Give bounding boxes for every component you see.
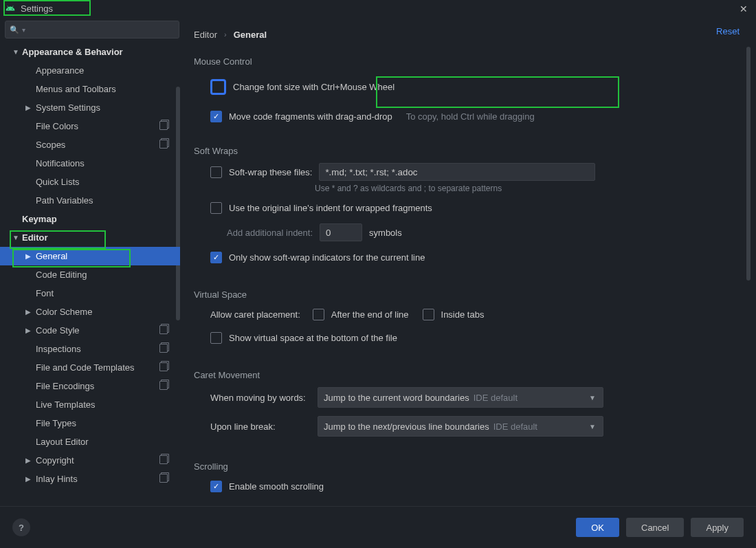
crumb-editor[interactable]: Editor (194, 30, 217, 40)
checkbox-after-eol[interactable] (313, 309, 324, 320)
tree-scopes[interactable]: Scopes (0, 135, 180, 154)
settings-tree: ▼Appearance & Behavior Appearance Menus … (0, 43, 180, 507)
tree-code-style[interactable]: ▶Code Style (0, 321, 180, 340)
checkbox-show-virtual[interactable] (210, 332, 222, 344)
section-soft-wraps: Soft Wraps Soft-wrap these files: Use * … (180, 136, 756, 269)
tree-notifications[interactable]: Notifications (0, 154, 180, 173)
dialog-footer: ? OK Cancel Apply (0, 506, 756, 548)
label-by-words: When moving by words: (210, 393, 318, 403)
cancel-button[interactable]: Cancel (626, 518, 684, 537)
label-smooth-scrolling: Enable smooth scrolling (229, 481, 324, 492)
window-title: Settings (21, 3, 53, 14)
project-level-icon (159, 325, 168, 336)
tree-path-variables[interactable]: Path Variables (0, 191, 180, 210)
search-wrap: 🔍▾ (0, 17, 180, 43)
tree-layout-editor[interactable]: Layout Editor (0, 432, 180, 451)
chevron-right-icon: ▶ (25, 457, 32, 464)
tree-font[interactable]: Font (0, 284, 180, 303)
chevron-right-icon: ▶ (25, 308, 32, 316)
row-by-words: When moving by words: Jump to the curren… (194, 383, 742, 412)
ok-button[interactable]: OK (576, 518, 619, 537)
content-pane: Editor › General Reset Mouse Control Cha… (180, 17, 756, 507)
checkbox-only-current-line[interactable] (210, 252, 222, 263)
content-scrollbar[interactable] (746, 47, 751, 281)
section-title: Soft Wraps (194, 146, 742, 156)
tree-general[interactable]: ▶General (0, 247, 180, 265)
tree-file-encodings[interactable]: File Encodings (0, 377, 180, 395)
checkbox-change-font-size[interactable] (210, 79, 226, 95)
input-soft-wrap-files[interactable] (319, 163, 595, 181)
chevron-right-icon: › (224, 30, 227, 39)
checkbox-smooth-scrolling[interactable] (210, 481, 222, 492)
label-inside-tabs: Inside tabs (441, 309, 485, 320)
section-mouse-control: Mouse Control Change font size with Ctrl… (180, 47, 756, 128)
label-after-eol: After the end of line (331, 309, 409, 320)
tree-inspections[interactable]: Inspections (0, 340, 180, 358)
sidebar: 🔍▾ ▼Appearance & Behavior Appearance Men… (0, 17, 180, 507)
chevron-down-icon: ▾ (22, 26, 25, 34)
row-soft-wrap-files: Soft-wrap these files: (194, 159, 742, 185)
hint-wildcards: Use * and ? as wildcards and ; to separa… (194, 184, 742, 193)
chevron-right-icon: ▶ (25, 475, 32, 483)
tree-code-editing[interactable]: Code Editing (0, 265, 180, 284)
project-level-icon (159, 344, 168, 355)
tree-appearance[interactable]: Appearance (0, 61, 180, 80)
section-title: Virtual Space (194, 289, 742, 300)
row-line-break: Upon line break: Jump to the next/previo… (194, 412, 742, 441)
android-logo-icon (5, 3, 15, 13)
row-only-current-line: Only show soft-wrap indicators for the c… (194, 245, 742, 269)
tree-file-code-templates[interactable]: File and Code Templates (0, 358, 180, 377)
project-level-icon (159, 140, 168, 151)
tree-menus-toolbars[interactable]: Menus and Toolbars (0, 80, 180, 98)
section-title: Caret Movement (194, 370, 742, 380)
checkbox-inside-tabs[interactable] (423, 309, 434, 320)
tree-live-templates[interactable]: Live Templates (0, 395, 180, 414)
chevron-down-icon: ▼ (589, 423, 596, 430)
row-use-original-indent: Use the original line's indent for wrapp… (194, 196, 742, 219)
breadcrumb: Editor › General (180, 17, 756, 47)
label-line-break: Upon line break: (210, 421, 318, 432)
row-smooth-scrolling: Enable smooth scrolling (194, 474, 742, 498)
section-virtual-space: Virtual Space Allow caret placement: Aft… (180, 280, 756, 349)
label-allow-caret: Allow caret placement: (210, 309, 300, 320)
tree-file-colors[interactable]: File Colors (0, 117, 180, 135)
tree-keymap[interactable]: Keymap (0, 210, 180, 228)
search-input[interactable]: 🔍▾ (5, 21, 179, 39)
tree-editor[interactable]: ▼Editor (0, 228, 180, 247)
tree-file-types[interactable]: File Types (0, 414, 180, 432)
tree-color-scheme[interactable]: ▶Color Scheme (0, 303, 180, 321)
input-add-indent[interactable] (320, 223, 362, 241)
row-move-code: Move code fragments with drag-and-drop T… (194, 105, 742, 128)
dropdown-by-words[interactable]: Jump to the current word boundaries IDE … (318, 387, 603, 408)
chevron-right-icon: ▶ (25, 104, 32, 111)
row-add-indent: Add additional indent: symbols (194, 219, 742, 245)
chevron-down-icon: ▼ (12, 48, 19, 56)
reset-link[interactable]: Reset (716, 26, 740, 36)
section-title: Mouse Control (194, 56, 742, 67)
label-move-code: Move code fragments with drag-and-drop (229, 111, 392, 122)
help-button[interactable]: ? (12, 518, 30, 536)
tree-system-settings[interactable]: ▶System Settings (0, 98, 180, 117)
apply-button[interactable]: Apply (691, 518, 744, 537)
row-show-virtual: Show virtual space at the bottom of the … (194, 326, 742, 349)
tree-quick-lists[interactable]: Quick Lists (0, 173, 180, 191)
checkbox-soft-wrap-files[interactable] (210, 166, 222, 178)
checkbox-move-code[interactable] (210, 111, 222, 122)
checkbox-use-original-indent[interactable] (210, 202, 222, 214)
chevron-down-icon: ▼ (12, 234, 19, 241)
tree-inlay-hints[interactable]: ▶Inlay Hints (0, 470, 180, 488)
label-show-virtual: Show virtual space at the bottom of the … (229, 333, 397, 343)
project-level-icon (159, 362, 168, 373)
tree-appearance-behavior[interactable]: ▼Appearance & Behavior (0, 43, 180, 61)
label-soft-wrap-files: Soft-wrap these files: (229, 167, 312, 177)
close-icon[interactable]: ✕ (740, 3, 748, 14)
chevron-down-icon: ▼ (589, 394, 596, 402)
label-only-current-line: Only show soft-wrap indicators for the c… (229, 252, 425, 263)
project-level-icon (159, 474, 168, 485)
label-change-font-size: Change font size with Ctrl+Mouse Wheel (233, 82, 394, 92)
label-use-original-indent: Use the original line's indent for wrapp… (229, 203, 432, 213)
tree-copyright[interactable]: ▶Copyright (0, 451, 180, 470)
section-title: Scrolling (194, 461, 742, 472)
dropdown-line-break[interactable]: Jump to the next/previous line boundarie… (318, 416, 603, 437)
project-level-icon (159, 121, 168, 132)
